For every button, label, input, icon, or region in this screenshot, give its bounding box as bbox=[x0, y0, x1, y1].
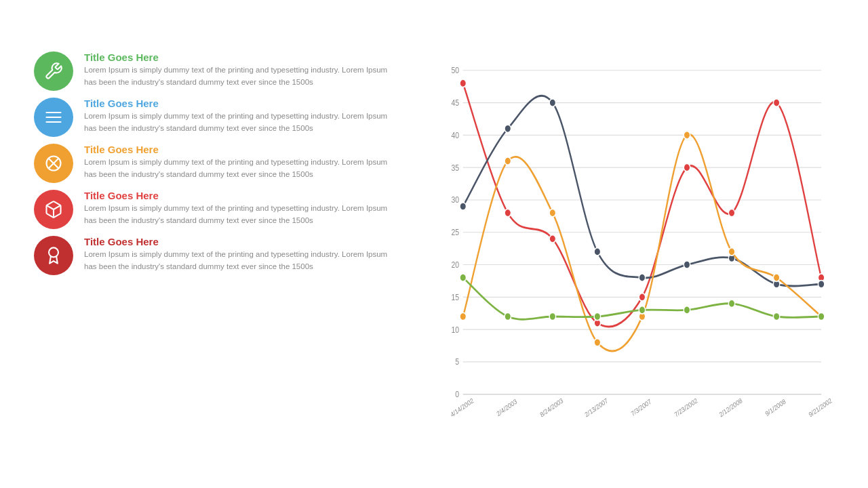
svg-point-58 bbox=[505, 157, 511, 165]
svg-point-41 bbox=[549, 235, 555, 243]
svg-text:9/21/2002: 9/21/2002 bbox=[808, 396, 833, 419]
burger-icon bbox=[34, 98, 73, 137]
svg-point-49 bbox=[505, 125, 511, 132]
svg-point-56 bbox=[818, 281, 824, 288]
svg-point-63 bbox=[728, 248, 734, 256]
svg-point-53 bbox=[684, 261, 690, 268]
line-chart: 051015202530354045504/14/20022/4/20038/2… bbox=[437, 55, 834, 441]
item-title-5: Title Goes Here bbox=[84, 236, 400, 247]
svg-point-57 bbox=[460, 312, 466, 320]
item-body-1: Lorem Ipsum is simply dummy text of the … bbox=[84, 64, 400, 89]
svg-point-72 bbox=[728, 300, 734, 307]
svg-point-60 bbox=[594, 339, 600, 346]
svg-text:2/12/2008: 2/12/2008 bbox=[718, 396, 744, 419]
svg-point-71 bbox=[684, 306, 690, 314]
item-text-1: Title Goes Here Lorem Ipsum is simply du… bbox=[84, 52, 400, 89]
badge-icon bbox=[34, 236, 73, 275]
svg-point-62 bbox=[684, 131, 690, 139]
cross-icon bbox=[34, 144, 73, 183]
item-title-1: Title Goes Here bbox=[84, 52, 400, 63]
item-title-4: Title Goes Here bbox=[84, 190, 400, 201]
svg-text:50: 50 bbox=[452, 66, 460, 75]
list-item-1: Title Goes Here Lorem Ipsum is simply du… bbox=[34, 52, 400, 91]
item-body-4: Lorem Ipsum is simply dummy text of the … bbox=[84, 203, 400, 227]
item-body-2: Lorem Ipsum is simply dummy text of the … bbox=[84, 110, 400, 135]
svg-point-70 bbox=[639, 306, 645, 314]
svg-text:30: 30 bbox=[452, 196, 460, 205]
svg-point-48 bbox=[460, 203, 466, 210]
svg-text:7/3/2007: 7/3/2007 bbox=[630, 397, 653, 418]
list-item-4: Title Goes Here Lorem Ipsum is simply du… bbox=[34, 190, 400, 229]
svg-text:35: 35 bbox=[452, 163, 460, 172]
header bbox=[34, 27, 834, 31]
svg-text:0: 0 bbox=[455, 390, 459, 399]
svg-text:2/4/2003: 2/4/2003 bbox=[495, 397, 518, 418]
cube-icon bbox=[34, 190, 73, 229]
svg-text:25: 25 bbox=[452, 228, 460, 237]
svg-point-67 bbox=[505, 312, 511, 320]
svg-point-51 bbox=[594, 248, 600, 256]
svg-text:15: 15 bbox=[452, 293, 460, 302]
list-item-3: Title Goes Here Lorem Ipsum is simply du… bbox=[34, 144, 400, 183]
item-text-3: Title Goes Here Lorem Ipsum is simply du… bbox=[84, 144, 400, 181]
svg-text:4/14/2002: 4/14/2002 bbox=[449, 396, 475, 419]
item-body-5: Lorem Ipsum is simply dummy text of the … bbox=[84, 249, 400, 273]
svg-text:10: 10 bbox=[452, 325, 460, 334]
svg-point-74 bbox=[818, 312, 824, 320]
slide-container: Title Goes Here Lorem Ipsum is simply du… bbox=[0, 0, 868, 488]
svg-text:7/23/2002: 7/23/2002 bbox=[673, 396, 699, 419]
svg-point-64 bbox=[773, 274, 779, 281]
chart-panel: 051015202530354045504/14/20022/4/20038/2… bbox=[414, 52, 834, 468]
svg-text:20: 20 bbox=[452, 260, 460, 269]
svg-point-50 bbox=[549, 99, 555, 106]
svg-text:8/24/2003: 8/24/2003 bbox=[538, 396, 564, 419]
svg-point-7 bbox=[49, 247, 58, 257]
svg-point-52 bbox=[639, 274, 645, 281]
item-body-3: Lorem Ipsum is simply dummy text of the … bbox=[84, 157, 400, 181]
svg-point-69 bbox=[594, 312, 600, 320]
wrench-icon bbox=[34, 52, 73, 91]
list-item-2: Title Goes Here Lorem Ipsum is simply du… bbox=[34, 98, 400, 137]
svg-text:2/13/2007: 2/13/2007 bbox=[583, 396, 609, 419]
content-area: Title Goes Here Lorem Ipsum is simply du… bbox=[34, 52, 834, 468]
item-title-3: Title Goes Here bbox=[84, 144, 400, 155]
item-text-5: Title Goes Here Lorem Ipsum is simply du… bbox=[84, 236, 400, 273]
svg-text:9/1/2008: 9/1/2008 bbox=[764, 397, 787, 418]
svg-text:40: 40 bbox=[452, 131, 460, 140]
svg-text:5: 5 bbox=[455, 358, 459, 367]
list-item-5: Title Goes Here Lorem Ipsum is simply du… bbox=[34, 236, 400, 275]
svg-point-46 bbox=[773, 99, 779, 106]
svg-point-73 bbox=[773, 312, 779, 320]
svg-point-68 bbox=[549, 312, 555, 320]
svg-text:45: 45 bbox=[452, 98, 460, 107]
item-title-2: Title Goes Here bbox=[84, 98, 400, 109]
svg-point-40 bbox=[505, 209, 511, 216]
left-panel: Title Goes Here Lorem Ipsum is simply du… bbox=[34, 52, 400, 468]
svg-point-59 bbox=[549, 209, 555, 216]
item-text-2: Title Goes Here Lorem Ipsum is simply du… bbox=[84, 98, 400, 135]
svg-point-44 bbox=[684, 163, 690, 171]
svg-point-45 bbox=[728, 209, 734, 216]
svg-point-66 bbox=[460, 274, 466, 281]
svg-point-39 bbox=[460, 79, 466, 87]
svg-point-43 bbox=[639, 293, 645, 301]
item-text-4: Title Goes Here Lorem Ipsum is simply du… bbox=[84, 190, 400, 227]
